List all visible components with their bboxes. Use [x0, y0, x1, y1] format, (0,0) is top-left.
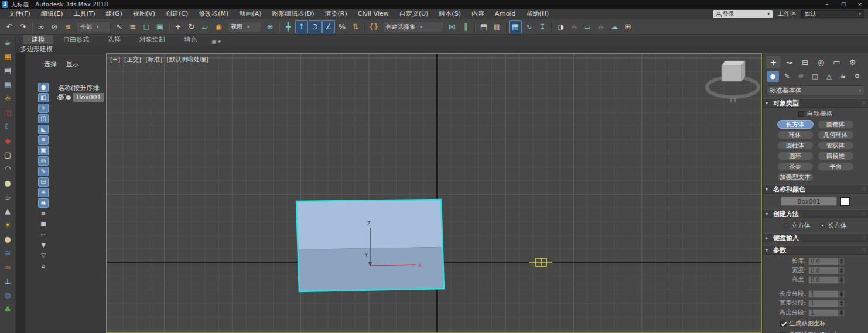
toggle-ribbon-button[interactable]: ▦: [509, 20, 522, 33]
plant-object-icon[interactable]: ♣: [1, 303, 14, 315]
align-button[interactable]: ∥: [459, 20, 472, 33]
data-table-icon[interactable]: ▤: [1, 64, 14, 77]
menu-help[interactable]: 帮助(H): [521, 9, 555, 19]
width-segs-field[interactable]: 1: [808, 300, 839, 307]
angle-snap-button[interactable]: ∠: [322, 20, 335, 33]
select-and-move-button[interactable]: +: [172, 20, 184, 33]
select-by-name-button[interactable]: ≡: [127, 20, 139, 33]
viewport-canvas[interactable]: Z Y X: [107, 54, 761, 332]
reference-coordinate-dropdown[interactable]: 视图 ▾: [227, 22, 261, 32]
moon-sphere-icon[interactable]: ●: [1, 233, 14, 245]
height-segs-spinner[interactable]: [839, 309, 845, 317]
select-and-rotate-button[interactable]: ↻: [185, 20, 198, 33]
rollout-parameters[interactable]: ▾ 参数 ⁞⁞: [763, 245, 868, 255]
toggle-layer-explorer-button[interactable]: ▥: [491, 20, 504, 33]
ribbon-tab-object-paint[interactable]: 对象绘制: [131, 35, 174, 44]
category-geometry[interactable]: ●: [767, 71, 779, 82]
login-caret-icon[interactable]: ▾: [767, 12, 770, 16]
tab-modify[interactable]: ↝: [782, 56, 797, 68]
menu-tools[interactable]: 工具(T): [68, 9, 100, 19]
filter-inactive-button[interactable]: ▼: [38, 241, 49, 250]
object-color-swatch[interactable]: [840, 197, 850, 206]
snap-toggle-3d-button[interactable]: 3: [309, 20, 322, 33]
radio-icon-selected[interactable]: [820, 223, 825, 228]
render-production-button[interactable]: ☕: [594, 20, 607, 33]
unlink-selection-button[interactable]: ⊘: [48, 20, 61, 33]
object-name-field[interactable]: [781, 197, 837, 206]
height-field[interactable]: 0.0: [808, 276, 839, 284]
mirror-button[interactable]: ⋈: [446, 20, 459, 33]
window-crossing-toggle-button[interactable]: ▣: [153, 20, 166, 33]
axis-tripod-icon[interactable]: ⊥: [1, 275, 14, 287]
rendered-image-icon[interactable]: ▦: [1, 50, 14, 63]
display-cameras-toggle[interactable]: ◫: [38, 114, 49, 123]
ribbon-tab-modeling[interactable]: 建模: [23, 35, 53, 44]
menu-modifiers[interactable]: 修改器(M): [193, 9, 234, 19]
dome-object-icon[interactable]: ◠: [1, 163, 14, 175]
viewport-menu-standard[interactable]: [标准]: [145, 56, 163, 64]
minimize-button[interactable]: –: [819, 0, 835, 9]
camera-clapper-icon[interactable]: ◫: [1, 107, 14, 119]
display-space-warps-toggle[interactable]: ≋: [38, 135, 49, 145]
rollout-name-and-color[interactable]: ▾ 名称和颜色 ⁞⁞: [763, 184, 868, 194]
spinner-snap-button[interactable]: ⇅: [349, 20, 362, 33]
ribbon-panel-polygon-modeling[interactable]: 多边形建模: [20, 44, 53, 53]
width-field[interactable]: 0.0: [808, 267, 839, 274]
grid-table-icon[interactable]: ▦: [1, 78, 14, 91]
moon-mask-icon[interactable]: ☾: [1, 121, 14, 133]
box-front-face[interactable]: [298, 247, 444, 291]
display-geometry-toggle[interactable]: ●: [38, 83, 49, 92]
category-lights[interactable]: ☼: [795, 71, 807, 82]
visibility-eye-icon[interactable]: [57, 95, 64, 100]
sort-options-button[interactable]: ≡: [38, 209, 49, 218]
ribbon-overflow-button[interactable]: ▣ ▾: [207, 39, 225, 44]
selection-filter-dropdown[interactable]: 全部 ▾: [77, 22, 111, 32]
length-spinner[interactable]: [839, 258, 845, 265]
category-cameras[interactable]: ◫: [809, 71, 821, 82]
edit-named-selection-sets-button[interactable]: {}: [367, 20, 380, 33]
rain-particles-icon[interactable]: ≋: [1, 247, 14, 259]
tab-display[interactable]: ▭: [829, 56, 844, 68]
length-segs-field[interactable]: 1: [808, 290, 839, 298]
explorer-menu-display[interactable]: 显示: [66, 60, 79, 68]
named-selection-sets-dropdown[interactable]: 创建选择集 ▾: [382, 22, 443, 32]
display-helpers-toggle[interactable]: ◣: [38, 125, 49, 134]
generate-mapping-coords-checkbox[interactable]: [780, 321, 786, 327]
maximize-button[interactable]: ▢: [835, 0, 852, 9]
button-text-plus[interactable]: 加强型文本: [777, 173, 814, 181]
display-materials-toggle[interactable]: ✳: [38, 188, 49, 197]
tab-hierarchy[interactable]: ⊟: [798, 56, 812, 68]
keyboard-shortcut-override-button[interactable]: ↑: [295, 20, 308, 33]
button-torus[interactable]: 圆环: [777, 152, 814, 160]
viewport-menu-pov[interactable]: [正交]: [124, 56, 142, 64]
rollout-keyboard-entry[interactable]: ▸ 键盘输入 ⁞⁞: [763, 233, 868, 242]
display-fill-button[interactable]: ■: [38, 219, 49, 229]
menu-animation[interactable]: 动画(A): [234, 9, 266, 19]
close-button[interactable]: ×: [852, 0, 868, 9]
button-tube[interactable]: 管状体: [818, 141, 854, 150]
category-space-warps[interactable]: ≋: [837, 71, 849, 82]
ribbon-tab-populate[interactable]: 填充: [175, 35, 206, 44]
view-cube[interactable]: [707, 61, 758, 102]
select-and-place-button[interactable]: ◉: [212, 20, 225, 33]
button-geosphere[interactable]: 几何球体: [818, 131, 854, 139]
radio-box[interactable]: 长方体: [820, 221, 847, 230]
viewport[interactable]: [+] [正交] [标准] [默认明暗处理] Z Y X: [106, 53, 762, 333]
teapot-object-icon[interactable]: ☕: [1, 191, 14, 203]
display-visibility-toggle[interactable]: ◉: [38, 198, 49, 208]
schematic-view-button[interactable]: ↧: [536, 20, 549, 33]
display-bones-toggle[interactable]: ✎: [38, 167, 49, 176]
select-and-manipulate-button[interactable]: ╋: [282, 20, 295, 33]
molecule-icon[interactable]: ∞: [1, 261, 14, 273]
explorer-menu-select[interactable]: 选择: [44, 60, 57, 68]
category-helpers[interactable]: △: [823, 71, 835, 82]
redo-button[interactable]: ↷: [16, 20, 29, 33]
button-plane[interactable]: 平面: [818, 162, 854, 171]
select-and-link-button[interactable]: ∞: [35, 20, 47, 33]
render-teapot-icon[interactable]: ☕: [1, 36, 14, 49]
sun-light-icon[interactable]: ☀: [1, 219, 14, 231]
render-setup-button[interactable]: ☕: [568, 20, 580, 33]
node-label-box001[interactable]: Box001: [73, 93, 104, 102]
login-button[interactable]: 登录 ▾: [713, 10, 773, 18]
use-pivot-point-center-button[interactable]: ⊕: [264, 20, 276, 33]
